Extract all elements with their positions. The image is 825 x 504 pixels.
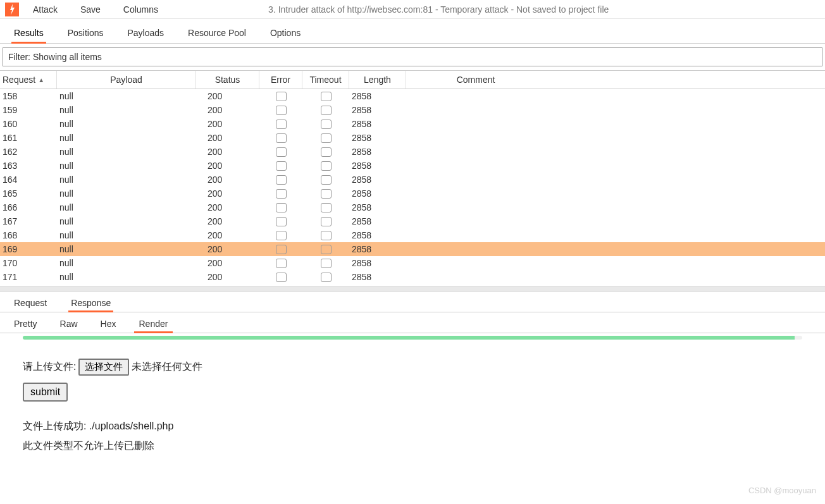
cell-request: 162 [0,147,57,157]
checkbox-icon[interactable] [321,203,332,212]
cell-payload: null [57,133,196,143]
split-handle[interactable] [0,286,825,292]
checkbox-icon[interactable] [276,231,287,240]
checkbox-icon[interactable] [276,120,287,129]
cell-payload: null [57,272,196,282]
col-timeout[interactable]: Timeout [302,71,349,89]
cell-status: 200 [196,147,259,157]
cell-payload: null [57,161,196,171]
table-row[interactable]: 171null2002858 [0,270,825,284]
cell-request: 170 [0,258,57,268]
checkbox-icon[interactable] [321,259,332,268]
submit-button[interactable]: submit [23,383,68,402]
cell-timeout [302,106,349,115]
app-icon [5,3,19,16]
upload-label: 请上传文件: [23,357,76,376]
checkbox-icon[interactable] [321,106,332,115]
cell-timeout [302,147,349,157]
cell-error [259,189,302,199]
checkbox-icon[interactable] [276,147,287,157]
checkbox-icon[interactable] [276,92,287,101]
cell-length: 2858 [349,147,406,157]
menu-attack[interactable]: Attack [30,3,60,16]
cell-payload: null [57,147,196,157]
table-row[interactable]: 164null2002858 [0,173,825,187]
cell-timeout [302,245,349,254]
tab-resource-pool[interactable]: Resource Pool [185,25,249,43]
checkbox-icon[interactable] [276,245,287,254]
cell-length: 2858 [349,119,406,129]
table-row[interactable]: 167null2002858 [0,214,825,228]
checkbox-icon[interactable] [276,217,287,226]
table-row[interactable]: 159null2002858 [0,103,825,117]
cell-timeout [302,189,349,199]
tab-results[interactable]: Results [11,25,46,43]
table-row[interactable]: 166null2002858 [0,200,825,214]
cell-error [259,120,302,129]
menu-save[interactable]: Save [78,3,103,16]
format-tab-raw[interactable]: Raw [58,317,80,333]
col-error[interactable]: Error [259,71,302,89]
cell-length: 2858 [349,175,406,185]
detail-tab-response[interactable]: Response [68,297,113,312]
cell-error [259,92,302,101]
cell-error [259,147,302,157]
table-row[interactable]: 162null2002858 [0,145,825,159]
table-row[interactable]: 169null2002858 [0,242,825,256]
table-row[interactable]: 165null2002858 [0,187,825,200]
format-tab-render[interactable]: Render [137,317,171,333]
cell-request: 171 [0,272,57,282]
checkbox-icon[interactable] [276,189,287,199]
checkbox-icon[interactable] [321,147,332,157]
checkbox-icon[interactable] [321,92,332,101]
table-row[interactable]: 163null2002858 [0,159,825,173]
tab-positions[interactable]: Positions [65,25,106,43]
checkbox-icon[interactable] [276,133,287,143]
cell-length: 2858 [349,258,406,268]
cell-length: 2858 [349,91,406,101]
checkbox-icon[interactable] [276,161,287,171]
checkbox-icon[interactable] [276,106,287,115]
table-row[interactable]: 170null2002858 [0,256,825,270]
format-tab-pretty[interactable]: Pretty [11,317,40,333]
checkbox-icon[interactable] [276,203,287,212]
col-request-label: Request [3,75,35,85]
checkbox-icon[interactable] [321,189,332,199]
checkbox-icon[interactable] [321,231,332,240]
table-row[interactable]: 168null2002858 [0,228,825,242]
cell-payload: null [57,91,196,101]
checkbox-icon[interactable] [321,161,332,171]
tab-payloads[interactable]: Payloads [125,25,167,43]
cell-payload: null [57,216,196,226]
checkbox-icon[interactable] [276,273,287,282]
menu-columns[interactable]: Columns [121,3,161,16]
checkbox-icon[interactable] [321,175,332,185]
checkbox-icon[interactable] [321,133,332,143]
tab-options[interactable]: Options [268,25,303,43]
cell-payload: null [57,258,196,268]
col-comment[interactable]: Comment [406,71,545,89]
checkbox-icon[interactable] [321,245,332,254]
table-row[interactable]: 161null2002858 [0,131,825,145]
choose-file-button[interactable]: 选择文件 [78,359,129,376]
col-length[interactable]: Length [349,71,406,89]
checkbox-icon[interactable] [321,273,332,282]
filter-bar[interactable]: Filter: Showing all items [3,47,822,66]
cell-payload: null [57,119,196,129]
checkbox-icon[interactable] [276,259,287,268]
cell-status: 200 [196,91,259,101]
table-row[interactable]: 160null2002858 [0,117,825,131]
detail-tab-request[interactable]: Request [11,297,49,312]
cell-timeout [302,92,349,101]
cell-request: 168 [0,230,57,240]
col-request[interactable]: Request ▲ [0,71,57,89]
cell-error [259,203,302,212]
table-row[interactable]: 158null2002858 [0,89,825,103]
cell-status: 200 [196,202,259,212]
col-status[interactable]: Status [196,71,259,89]
checkbox-icon[interactable] [276,175,287,185]
checkbox-icon[interactable] [321,217,332,226]
col-payload[interactable]: Payload [57,71,196,89]
format-tab-hex[interactable]: Hex [98,317,119,333]
checkbox-icon[interactable] [321,120,332,129]
